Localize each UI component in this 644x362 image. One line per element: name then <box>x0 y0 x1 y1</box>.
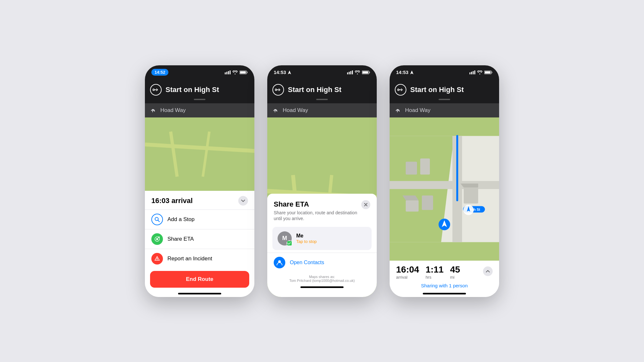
svg-rect-44 <box>492 71 492 73</box>
bottom-panel-3: 16:04 arrival 1:11 hrs 45 mi Sharing wit… <box>390 261 499 297</box>
status-time-2: 14:53 <box>274 70 286 75</box>
end-route-button[interactable]: End Route <box>150 271 249 288</box>
svg-rect-22 <box>352 70 353 74</box>
signal-icon <box>225 70 231 74</box>
hrs-value: 1:11 <box>426 265 444 274</box>
maps-shares-info: Maps shares as: Tom Pritchard (tomp1000@… <box>267 272 377 283</box>
nav-header-3: Start on High St <box>390 79 499 99</box>
share-eta-svg <box>154 236 160 242</box>
location-active-icon-3 <box>410 70 413 74</box>
mi-label: mi <box>450 275 460 280</box>
sub-header-3: Hoad Way <box>390 103 499 117</box>
open-contacts-label[interactable]: Open Contacts <box>290 260 324 265</box>
svg-point-18 <box>157 260 157 260</box>
svg-rect-41 <box>473 71 474 74</box>
svg-line-13 <box>158 220 160 222</box>
map-svg-3: High St <box>390 117 499 261</box>
incident-svg <box>154 256 160 262</box>
status-bar-2: 14:53 <box>267 65 377 79</box>
hrs-label: hrs <box>426 275 444 280</box>
signal-icon-2 <box>347 70 353 74</box>
svg-rect-53 <box>422 195 433 210</box>
status-icons-2 <box>347 70 370 74</box>
report-incident-item[interactable]: Report an Incident <box>145 249 254 268</box>
nav-title-2: Start on High St <box>288 86 341 94</box>
me-contact-info: Me Tap to stop <box>296 233 317 244</box>
map-area-1 <box>145 117 254 191</box>
svg-rect-1 <box>226 72 227 74</box>
nav-handle-3 <box>439 99 450 100</box>
turn-left-icon-1 <box>150 107 157 114</box>
sub-header-1: Hoad Way <box>145 103 254 117</box>
svg-rect-25 <box>363 71 368 73</box>
sub-header-text-1: Hoad Way <box>160 107 186 114</box>
nav-direction-icon-3 <box>395 84 406 96</box>
share-eta-label: Share ETA <box>167 236 194 242</box>
svg-rect-42 <box>474 70 475 74</box>
svg-rect-51 <box>406 200 419 211</box>
search-svg <box>154 217 160 222</box>
mi-stat: 45 mi <box>450 265 460 280</box>
collapse-button-1[interactable] <box>238 196 248 206</box>
status-time-3: 14:53 <box>396 70 408 75</box>
share-eta-item[interactable]: Share ETA <box>145 229 254 249</box>
svg-rect-39 <box>469 72 470 74</box>
svg-rect-5 <box>247 71 248 73</box>
turn-left-icon-2 <box>272 107 279 114</box>
signal-icon-3 <box>469 70 475 74</box>
nav-handle-1 <box>194 99 205 100</box>
arrival-label: arrival <box>396 275 419 280</box>
status-bar-1: 14:52 <box>145 65 254 79</box>
svg-rect-56 <box>406 162 417 174</box>
close-icon <box>364 203 367 206</box>
home-indicator-1 <box>178 293 221 294</box>
sub-header-text-3: Hoad Way <box>405 107 431 114</box>
nav-handle-2 <box>316 99 328 100</box>
svg-rect-20 <box>349 72 350 74</box>
nav-direction-icon-1 <box>150 84 162 96</box>
share-eta-close-button[interactable] <box>361 200 370 209</box>
incident-icon <box>151 253 163 265</box>
battery-icon <box>240 70 248 74</box>
status-bar-3: 14:53 <box>390 65 499 79</box>
home-indicator-3 <box>423 293 466 294</box>
open-contacts-row[interactable]: Open Contacts <box>267 253 377 272</box>
mi-value: 45 <box>450 265 460 274</box>
stats-row: 16:04 arrival 1:11 hrs 45 mi <box>390 261 499 281</box>
bottom-panel-1: 16:03 arrival Add a Stop <box>145 191 254 297</box>
collapse-button-3[interactable] <box>483 266 493 276</box>
nav-header-1: Start on High St <box>145 79 254 99</box>
svg-rect-0 <box>225 72 226 74</box>
svg-rect-45 <box>485 71 491 73</box>
svg-rect-54 <box>464 187 478 203</box>
add-stop-item[interactable]: Add a Stop <box>145 209 254 229</box>
svg-rect-50 <box>390 181 499 189</box>
status-icons-3 <box>469 70 493 74</box>
share-eta-subtitle: Share your location, route and destinati… <box>274 210 361 221</box>
svg-rect-40 <box>471 72 472 74</box>
share-eta-icon <box>151 233 163 245</box>
maps-badge-icon <box>287 241 292 246</box>
location-active-icon <box>288 70 291 74</box>
phone-3: 14:53 <box>390 65 499 297</box>
map-area-3: High St <box>390 117 499 261</box>
home-indicator-2 <box>300 286 344 288</box>
route-icon <box>153 88 159 92</box>
svg-rect-24 <box>369 71 370 73</box>
svg-rect-6 <box>240 71 246 73</box>
contacts-icon <box>274 257 285 268</box>
sharing-text[interactable]: Sharing with 1 person <box>390 281 499 293</box>
route-icon-3 <box>397 88 404 92</box>
sub-header-2: Hoad Way <box>267 103 377 117</box>
nav-title-3: Start on High St <box>410 86 464 94</box>
person-icon <box>276 259 283 266</box>
add-stop-label: Add a Stop <box>167 216 194 223</box>
contact-badge <box>287 240 292 246</box>
sub-header-text-2: Hoad Way <box>283 107 308 114</box>
svg-point-15 <box>156 238 158 240</box>
nav-header-2: Start on High St <box>267 79 377 99</box>
me-avatar: M <box>278 231 292 246</box>
me-contact-row[interactable]: M Me Tap to stop <box>272 227 372 250</box>
wifi-icon-2 <box>355 70 360 74</box>
chevron-up-icon <box>486 270 490 273</box>
